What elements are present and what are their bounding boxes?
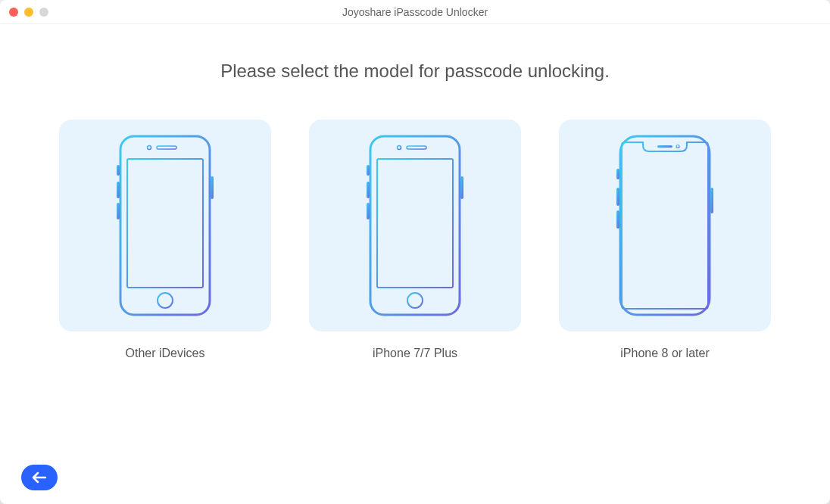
option-card (59, 120, 271, 331)
phone-notch-icon (616, 135, 714, 316)
window-title: Joyoshare iPasscode Unlocker (0, 6, 830, 18)
svg-rect-16 (367, 203, 370, 219)
svg-rect-24 (710, 188, 713, 213)
svg-rect-14 (367, 165, 370, 176)
maximize-button[interactable] (39, 8, 48, 17)
option-other-idevices[interactable]: Other iDevices (59, 120, 271, 360)
svg-rect-6 (117, 182, 120, 198)
main-content: Please select the model for passcode unl… (0, 24, 830, 504)
svg-rect-19 (657, 145, 672, 148)
option-iphone-7[interactable]: iPhone 7/7 Plus (309, 120, 521, 360)
svg-rect-22 (616, 188, 619, 206)
svg-point-12 (398, 146, 401, 150)
close-button[interactable] (9, 8, 18, 17)
svg-rect-1 (127, 159, 203, 288)
minimize-button[interactable] (24, 8, 33, 17)
svg-rect-5 (117, 165, 120, 176)
svg-rect-17 (460, 176, 463, 199)
svg-rect-8 (211, 176, 214, 199)
svg-point-20 (676, 145, 679, 148)
model-options: Other iDevices (59, 120, 771, 360)
svg-rect-13 (407, 146, 426, 149)
option-card (309, 120, 521, 331)
option-iphone-8-later[interactable]: iPhone 8 or later (559, 120, 771, 360)
titlebar: Joyoshare iPasscode Unlocker (0, 0, 830, 24)
svg-point-2 (158, 293, 173, 308)
svg-point-11 (407, 293, 423, 308)
svg-rect-21 (616, 169, 619, 179)
traffic-lights (9, 8, 48, 17)
svg-rect-15 (367, 182, 370, 198)
svg-rect-23 (616, 210, 619, 229)
arrow-left-icon (32, 471, 47, 484)
svg-rect-18 (620, 136, 710, 315)
back-button[interactable] (21, 465, 58, 490)
option-label: iPhone 8 or later (620, 347, 709, 360)
option-card (559, 120, 771, 331)
phone-home-button-icon (116, 135, 214, 316)
svg-rect-4 (157, 146, 176, 149)
svg-rect-7 (117, 203, 120, 219)
app-window: Joyoshare iPasscode Unlocker Please sele… (0, 0, 830, 504)
page-heading: Please select the model for passcode unl… (220, 61, 610, 82)
option-label: iPhone 7/7 Plus (373, 347, 457, 360)
svg-rect-10 (377, 159, 453, 288)
option-label: Other iDevices (126, 347, 205, 360)
svg-point-3 (148, 146, 151, 150)
phone-home-button-icon (366, 135, 464, 316)
